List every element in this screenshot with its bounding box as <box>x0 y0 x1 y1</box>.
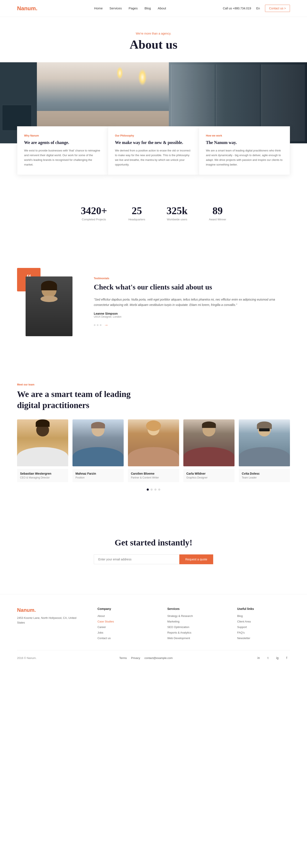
navbar-right: Call us +880.734.019 En Contact us > <box>223 5 290 12</box>
footer: Nanum. 2453 Koontz Lane, North Hollywood… <box>0 594 307 668</box>
navbar-logo: Nanum. <box>17 5 37 12</box>
testimonials-left: ❝ <box>17 268 77 336</box>
cta-title: Get started instantly! <box>17 537 290 548</box>
footer-link-faq[interactable]: FAQ's <box>237 631 244 634</box>
footer-col-title-1: Services <box>167 607 220 611</box>
footer-col-services: Services Strategy & Research Marketing S… <box>167 607 220 642</box>
team-page-dot-1[interactable] <box>147 489 149 491</box>
team-photo-inner-1 <box>72 420 124 466</box>
team-card-info-2: Carolien Bloeme Partner & Content Writer <box>128 469 179 482</box>
request-quote-button[interactable]: Request a quote <box>179 554 213 564</box>
testimonials-title: Check what's our clients said about us <box>94 282 290 292</box>
card-title-1: We make way for the new & possible. <box>115 140 192 145</box>
team-photo-inner-4 <box>239 420 290 466</box>
social-linkedin-icon[interactable]: in <box>255 655 262 661</box>
nav-services[interactable]: Services <box>110 6 122 10</box>
footer-link-seo[interactable]: SEO Optimization <box>167 625 189 629</box>
footer-link-about[interactable]: About <box>97 614 105 618</box>
stat-label-1: Headquarters <box>128 218 145 221</box>
nav-pages[interactable]: Pages <box>129 6 138 10</box>
team-name-1: Mahnaz Farzin <box>75 472 121 475</box>
social-instagram-icon[interactable]: ig <box>274 655 280 661</box>
footer-links-company: About Case Studies Career Jobs Contact u… <box>97 614 150 640</box>
footer-link-case-studies[interactable]: Case Studies <box>97 620 114 623</box>
team-name-4: Cvita Dolesc <box>242 472 287 475</box>
testimonials-next-arrow[interactable]: → <box>104 322 108 328</box>
social-facebook-icon[interactable]: f <box>283 655 290 661</box>
testimonials-quote: "Sed efficitur dapibus porta. Nulla port… <box>94 297 290 308</box>
person-hair <box>41 281 57 290</box>
footer-terms-link[interactable]: Terms <box>119 656 127 659</box>
stat-0: 3420+ Completed Projects <box>81 205 107 221</box>
card-tag-2: How we work <box>206 134 283 137</box>
stat-number-0: 3420+ <box>81 205 107 217</box>
footer-link-marketing[interactable]: Marketing <box>167 620 179 623</box>
member-body-3 <box>183 447 235 466</box>
team-card-3: Carla Wildner Graphics Designer <box>183 420 235 482</box>
footer-link-webdev[interactable]: Web Development <box>167 637 190 640</box>
footer-link-reports[interactable]: Reports & Analytics <box>167 631 192 634</box>
footer-link-blog[interactable]: Blog <box>237 614 243 618</box>
footer-link-jobs[interactable]: Jobs <box>97 631 103 634</box>
team-position-2: Partner & Content Writer <box>131 476 176 479</box>
testimonials-section: ❝ Testimonials Check what's our clients … <box>0 251 307 353</box>
member-hair-2 <box>146 421 161 431</box>
footer-logo: Nanum. <box>17 607 80 613</box>
team-position-1: Position <box>75 476 121 479</box>
team-page-dot-2[interactable] <box>150 489 152 491</box>
hero-title: About us <box>17 37 290 52</box>
stat-label-2: Worldwide users <box>167 218 187 221</box>
contact-button[interactable]: Contact us > <box>265 5 290 12</box>
team-tag: Meet our team <box>17 383 290 386</box>
footer-top: Nanum. 2453 Koontz Lane, North Hollywood… <box>17 607 290 642</box>
member-body-2 <box>128 447 179 466</box>
social-twitter-icon[interactable]: t <box>265 655 271 661</box>
footer-link-contact[interactable]: Contact us <box>97 637 111 640</box>
footer-link-support[interactable]: Support <box>237 625 247 629</box>
card-why: Why Nanum We are agents of change. We ex… <box>17 126 108 175</box>
testimonials-nav: → <box>94 322 290 328</box>
testimonial-dot-1[interactable] <box>94 324 96 326</box>
member-hair-1 <box>91 422 105 428</box>
team-name-0: Sebastian Westergren <box>20 472 65 475</box>
footer-link-career[interactable]: Career <box>97 625 106 629</box>
footer-col-title-2: Useful links <box>237 607 290 611</box>
testimonial-dot-2[interactable] <box>97 324 99 326</box>
team-card-4: Cvita Dolesc Team Leader <box>239 420 290 482</box>
footer-email-link[interactable]: contact@example.com <box>144 656 172 659</box>
card-text-2: We are a smart team of leading digital p… <box>206 148 283 167</box>
team-card-1: Mahnaz Farzin Position <box>72 420 124 482</box>
team-page-dot-4[interactable] <box>158 489 160 491</box>
team-page-dot-3[interactable] <box>155 489 157 491</box>
language-selector[interactable]: En <box>256 7 260 10</box>
nav-menu: Home Services Pages Blog About <box>94 6 166 10</box>
team-position-3: Graphics Designer <box>186 476 232 479</box>
stat-3: 89 Award Winner <box>209 205 226 221</box>
brand-name: Nanum <box>17 5 36 11</box>
card-title-2: The Nanum way. <box>206 140 283 145</box>
testimonials-dots <box>94 324 101 326</box>
card-tag-0: Why Nanum <box>24 134 101 137</box>
cta-section: Get started instantly! Request a quote <box>0 521 307 581</box>
stat-number-1: 25 <box>128 205 145 217</box>
card-philosophy: Our Philosophy We make way for the new &… <box>108 126 199 175</box>
team-section: Meet our team We are a smart team of lea… <box>0 366 307 508</box>
footer-privacy-link[interactable]: Privacy <box>131 656 140 659</box>
footer-col-title-0: Company <box>97 607 150 611</box>
stat-1: 25 Headquarters <box>128 205 145 221</box>
member-glasses-4 <box>259 428 270 431</box>
footer-link-newsletter[interactable]: Newsletter <box>237 637 250 640</box>
nav-home[interactable]: Home <box>94 6 103 10</box>
email-input[interactable] <box>94 554 179 564</box>
cards-section: Why Nanum We are agents of change. We ex… <box>17 126 290 175</box>
ceiling-light-1 <box>116 67 123 80</box>
footer-logo-text: Nanum. <box>17 607 36 613</box>
footer-link-client-area[interactable]: Client Area <box>237 620 251 623</box>
member-body-1 <box>72 447 124 466</box>
nav-about[interactable]: About <box>158 6 166 10</box>
testimonial-dot-3[interactable] <box>100 324 101 326</box>
team-card-0: Sebastian Westergren CEO & Managing Dire… <box>17 420 68 482</box>
footer-link-strategy[interactable]: Strategy & Research <box>167 614 193 618</box>
testimonials-right: Testimonials Check what's our clients sa… <box>94 277 290 328</box>
nav-blog[interactable]: Blog <box>144 6 151 10</box>
